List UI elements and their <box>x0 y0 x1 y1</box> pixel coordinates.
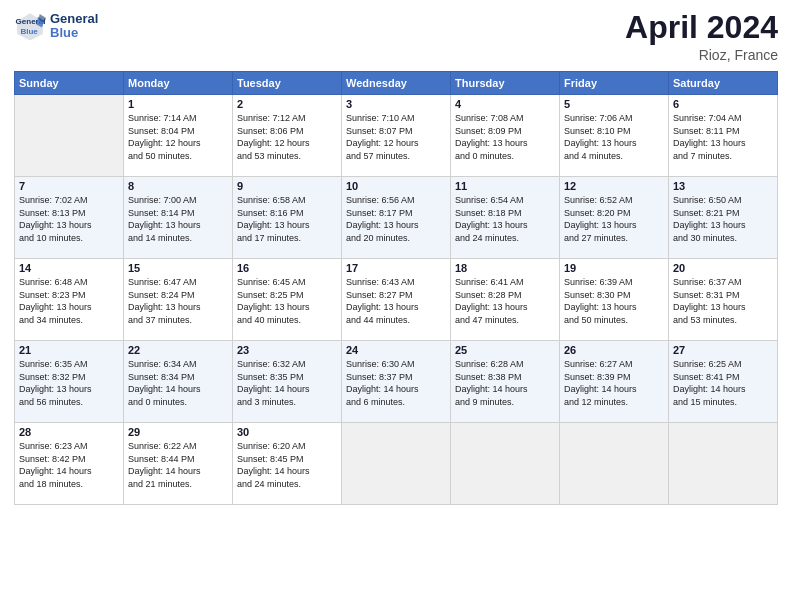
col-monday: Monday <box>124 72 233 95</box>
cell-w4-d7: 27Sunrise: 6:25 AM Sunset: 8:41 PM Dayli… <box>669 341 778 423</box>
day-info-22: Sunrise: 6:34 AM Sunset: 8:34 PM Dayligh… <box>128 358 228 408</box>
day-num-12: 12 <box>564 180 664 192</box>
day-info-19: Sunrise: 6:39 AM Sunset: 8:30 PM Dayligh… <box>564 276 664 326</box>
day-num-25: 25 <box>455 344 555 356</box>
day-num-18: 18 <box>455 262 555 274</box>
cell-w2-d1: 7Sunrise: 7:02 AM Sunset: 8:13 PM Daylig… <box>15 177 124 259</box>
day-info-4: Sunrise: 7:08 AM Sunset: 8:09 PM Dayligh… <box>455 112 555 162</box>
day-info-7: Sunrise: 7:02 AM Sunset: 8:13 PM Dayligh… <box>19 194 119 244</box>
day-num-23: 23 <box>237 344 337 356</box>
day-info-13: Sunrise: 6:50 AM Sunset: 8:21 PM Dayligh… <box>673 194 773 244</box>
logo-icon: General Blue <box>14 10 46 42</box>
day-info-21: Sunrise: 6:35 AM Sunset: 8:32 PM Dayligh… <box>19 358 119 408</box>
col-thursday: Thursday <box>451 72 560 95</box>
day-info-11: Sunrise: 6:54 AM Sunset: 8:18 PM Dayligh… <box>455 194 555 244</box>
cell-w1-d2: 1Sunrise: 7:14 AM Sunset: 8:04 PM Daylig… <box>124 95 233 177</box>
day-info-18: Sunrise: 6:41 AM Sunset: 8:28 PM Dayligh… <box>455 276 555 326</box>
day-num-20: 20 <box>673 262 773 274</box>
header: General Blue General Blue April 2024 Rio… <box>14 10 778 63</box>
cell-w3-d6: 19Sunrise: 6:39 AM Sunset: 8:30 PM Dayli… <box>560 259 669 341</box>
cell-w2-d2: 8Sunrise: 7:00 AM Sunset: 8:14 PM Daylig… <box>124 177 233 259</box>
day-num-3: 3 <box>346 98 446 110</box>
cell-w4-d5: 25Sunrise: 6:28 AM Sunset: 8:38 PM Dayli… <box>451 341 560 423</box>
cell-w3-d4: 17Sunrise: 6:43 AM Sunset: 8:27 PM Dayli… <box>342 259 451 341</box>
day-info-10: Sunrise: 6:56 AM Sunset: 8:17 PM Dayligh… <box>346 194 446 244</box>
day-num-30: 30 <box>237 426 337 438</box>
cell-w3-d3: 16Sunrise: 6:45 AM Sunset: 8:25 PM Dayli… <box>233 259 342 341</box>
cell-w1-d6: 5Sunrise: 7:06 AM Sunset: 8:10 PM Daylig… <box>560 95 669 177</box>
day-num-26: 26 <box>564 344 664 356</box>
week-row-4: 21Sunrise: 6:35 AM Sunset: 8:32 PM Dayli… <box>15 341 778 423</box>
col-saturday: Saturday <box>669 72 778 95</box>
day-num-5: 5 <box>564 98 664 110</box>
day-num-19: 19 <box>564 262 664 274</box>
day-num-9: 9 <box>237 180 337 192</box>
logo: General Blue General Blue <box>14 10 98 42</box>
day-info-27: Sunrise: 6:25 AM Sunset: 8:41 PM Dayligh… <box>673 358 773 408</box>
logo-line1: General <box>50 12 98 26</box>
cell-w5-d1: 28Sunrise: 6:23 AM Sunset: 8:42 PM Dayli… <box>15 423 124 505</box>
day-info-20: Sunrise: 6:37 AM Sunset: 8:31 PM Dayligh… <box>673 276 773 326</box>
day-num-4: 4 <box>455 98 555 110</box>
title-block: April 2024 Rioz, France <box>625 10 778 63</box>
day-num-16: 16 <box>237 262 337 274</box>
day-info-28: Sunrise: 6:23 AM Sunset: 8:42 PM Dayligh… <box>19 440 119 490</box>
day-info-8: Sunrise: 7:00 AM Sunset: 8:14 PM Dayligh… <box>128 194 228 244</box>
cell-w4-d6: 26Sunrise: 6:27 AM Sunset: 8:39 PM Dayli… <box>560 341 669 423</box>
svg-text:Blue: Blue <box>20 27 38 36</box>
day-num-1: 1 <box>128 98 228 110</box>
cell-w5-d2: 29Sunrise: 6:22 AM Sunset: 8:44 PM Dayli… <box>124 423 233 505</box>
col-friday: Friday <box>560 72 669 95</box>
day-info-15: Sunrise: 6:47 AM Sunset: 8:24 PM Dayligh… <box>128 276 228 326</box>
cell-w1-d7: 6Sunrise: 7:04 AM Sunset: 8:11 PM Daylig… <box>669 95 778 177</box>
day-info-14: Sunrise: 6:48 AM Sunset: 8:23 PM Dayligh… <box>19 276 119 326</box>
cell-w5-d3: 30Sunrise: 6:20 AM Sunset: 8:45 PM Dayli… <box>233 423 342 505</box>
logo-text-block: General Blue <box>50 12 98 41</box>
day-num-22: 22 <box>128 344 228 356</box>
header-row: Sunday Monday Tuesday Wednesday Thursday… <box>15 72 778 95</box>
day-num-29: 29 <box>128 426 228 438</box>
cell-w3-d1: 14Sunrise: 6:48 AM Sunset: 8:23 PM Dayli… <box>15 259 124 341</box>
cell-w1-d1 <box>15 95 124 177</box>
cell-w2-d3: 9Sunrise: 6:58 AM Sunset: 8:16 PM Daylig… <box>233 177 342 259</box>
cell-w1-d4: 3Sunrise: 7:10 AM Sunset: 8:07 PM Daylig… <box>342 95 451 177</box>
day-info-17: Sunrise: 6:43 AM Sunset: 8:27 PM Dayligh… <box>346 276 446 326</box>
day-num-6: 6 <box>673 98 773 110</box>
col-wednesday: Wednesday <box>342 72 451 95</box>
month-year: April 2024 <box>625 10 778 45</box>
day-num-8: 8 <box>128 180 228 192</box>
week-row-5: 28Sunrise: 6:23 AM Sunset: 8:42 PM Dayli… <box>15 423 778 505</box>
cell-w2-d4: 10Sunrise: 6:56 AM Sunset: 8:17 PM Dayli… <box>342 177 451 259</box>
day-num-27: 27 <box>673 344 773 356</box>
day-num-14: 14 <box>19 262 119 274</box>
cell-w5-d5 <box>451 423 560 505</box>
calendar-table: Sunday Monday Tuesday Wednesday Thursday… <box>14 71 778 505</box>
cell-w4-d2: 22Sunrise: 6:34 AM Sunset: 8:34 PM Dayli… <box>124 341 233 423</box>
cell-w2-d5: 11Sunrise: 6:54 AM Sunset: 8:18 PM Dayli… <box>451 177 560 259</box>
cell-w5-d4 <box>342 423 451 505</box>
cell-w3-d2: 15Sunrise: 6:47 AM Sunset: 8:24 PM Dayli… <box>124 259 233 341</box>
day-num-24: 24 <box>346 344 446 356</box>
day-info-29: Sunrise: 6:22 AM Sunset: 8:44 PM Dayligh… <box>128 440 228 490</box>
cell-w3-d5: 18Sunrise: 6:41 AM Sunset: 8:28 PM Dayli… <box>451 259 560 341</box>
page: General Blue General Blue April 2024 Rio… <box>0 0 792 612</box>
col-sunday: Sunday <box>15 72 124 95</box>
day-num-10: 10 <box>346 180 446 192</box>
cell-w5-d7 <box>669 423 778 505</box>
day-info-5: Sunrise: 7:06 AM Sunset: 8:10 PM Dayligh… <box>564 112 664 162</box>
cell-w4-d1: 21Sunrise: 6:35 AM Sunset: 8:32 PM Dayli… <box>15 341 124 423</box>
day-info-1: Sunrise: 7:14 AM Sunset: 8:04 PM Dayligh… <box>128 112 228 162</box>
day-info-2: Sunrise: 7:12 AM Sunset: 8:06 PM Dayligh… <box>237 112 337 162</box>
day-info-3: Sunrise: 7:10 AM Sunset: 8:07 PM Dayligh… <box>346 112 446 162</box>
week-row-2: 7Sunrise: 7:02 AM Sunset: 8:13 PM Daylig… <box>15 177 778 259</box>
cell-w3-d7: 20Sunrise: 6:37 AM Sunset: 8:31 PM Dayli… <box>669 259 778 341</box>
location: Rioz, France <box>625 47 778 63</box>
calendar-body: 1Sunrise: 7:14 AM Sunset: 8:04 PM Daylig… <box>15 95 778 505</box>
day-num-15: 15 <box>128 262 228 274</box>
week-row-1: 1Sunrise: 7:14 AM Sunset: 8:04 PM Daylig… <box>15 95 778 177</box>
week-row-3: 14Sunrise: 6:48 AM Sunset: 8:23 PM Dayli… <box>15 259 778 341</box>
day-info-9: Sunrise: 6:58 AM Sunset: 8:16 PM Dayligh… <box>237 194 337 244</box>
logo-line2: Blue <box>50 26 98 40</box>
day-num-7: 7 <box>19 180 119 192</box>
day-info-12: Sunrise: 6:52 AM Sunset: 8:20 PM Dayligh… <box>564 194 664 244</box>
